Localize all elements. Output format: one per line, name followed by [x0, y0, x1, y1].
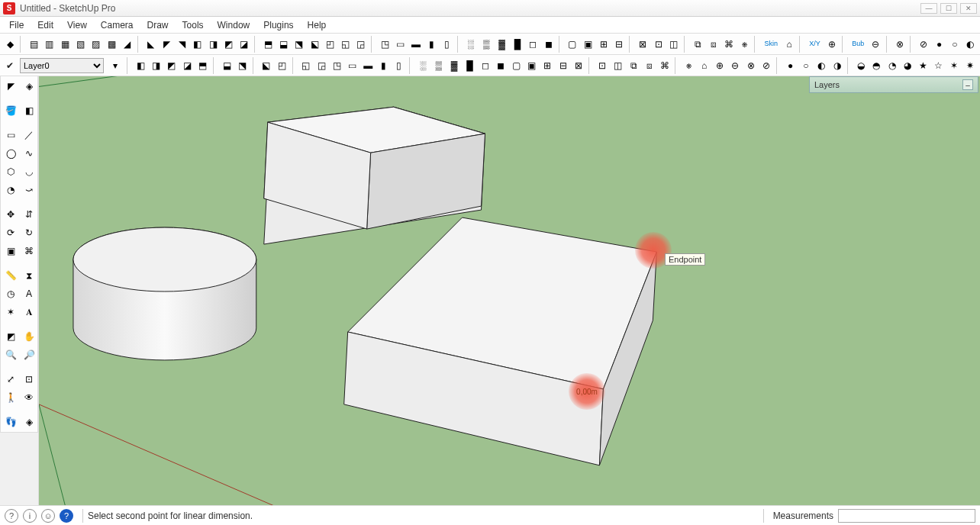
- push3-icon[interactable]: ⬓: [276, 36, 290, 53]
- menu-camera[interactable]: Camera: [95, 19, 140, 31]
- maximize-button[interactable]: ☐: [940, 3, 957, 14]
- tape-icon[interactable]: 📏: [2, 267, 19, 284]
- bars3-icon[interactable]: ⊞: [596, 36, 610, 53]
- arc2-icon[interactable]: ⤻: [21, 182, 37, 198]
- ray-icon[interactable]: ◫: [611, 57, 625, 74]
- zoom-win-icon[interactable]: ⊡: [21, 371, 37, 388]
- new-icon[interactable]: ◨: [149, 57, 163, 74]
- bars2-icon[interactable]: ▣: [581, 36, 595, 53]
- push5-icon[interactable]: ⬕: [308, 36, 321, 53]
- bulb-icon[interactable]: ⧇: [642, 57, 656, 74]
- arc-icon[interactable]: ◡: [21, 163, 37, 180]
- undo-icon[interactable]: ⬕: [260, 57, 273, 74]
- push8-icon[interactable]: ◲: [354, 36, 368, 53]
- menu-window[interactable]: Window: [211, 19, 256, 31]
- target-icon[interactable]: ⧉: [627, 57, 640, 74]
- bars4-icon[interactable]: ⊟: [612, 36, 626, 53]
- scale-icon[interactable]: ▣: [2, 243, 19, 259]
- plugin8-icon[interactable]: ▣: [525, 57, 539, 74]
- tree-icon[interactable]: ⊗: [893, 36, 907, 53]
- protractor-icon[interactable]: ◷: [2, 285, 19, 302]
- rect1-icon[interactable]: ░: [464, 36, 478, 53]
- menu-tools[interactable]: Tools: [176, 19, 210, 31]
- menu-help[interactable]: Help: [301, 19, 333, 31]
- dimension-icon[interactable]: ⧗: [21, 267, 37, 284]
- roof5-icon[interactable]: ◧: [191, 36, 205, 53]
- 3dtext-icon[interactable]: 𝐀: [21, 304, 37, 320]
- hatch4-icon[interactable]: ▧: [73, 36, 87, 53]
- paint-icon[interactable]: ⬓: [220, 57, 234, 74]
- plugin2-icon[interactable]: ▒: [432, 57, 446, 74]
- plugin5-icon[interactable]: ◻: [479, 57, 492, 74]
- hatch6-icon[interactable]: ▩: [105, 36, 118, 53]
- grass1-icon[interactable]: ⊘: [917, 36, 930, 53]
- pie-icon[interactable]: ◔: [2, 182, 19, 198]
- doc2-icon[interactable]: ◐: [814, 57, 828, 74]
- cut4-icon[interactable]: ▮: [424, 36, 438, 53]
- rect4-icon[interactable]: █: [511, 36, 524, 53]
- cube3-icon[interactable]: ✷: [962, 57, 976, 74]
- home-icon[interactable]: ◧: [134, 57, 147, 74]
- bub-label[interactable]: Bub: [849, 36, 867, 53]
- bush-icon[interactable]: ◐: [963, 36, 977, 53]
- geo-icon[interactable]: ?: [60, 509, 73, 523]
- rectangle-icon[interactable]: ▭: [2, 127, 19, 143]
- layers-panel[interactable]: Layers –: [809, 76, 978, 93]
- cut2-icon[interactable]: ▭: [394, 36, 408, 53]
- bulb2-icon[interactable]: ⌘: [658, 57, 672, 74]
- leaf-icon[interactable]: ○: [948, 36, 962, 53]
- person2-icon[interactable]: 🚶: [2, 389, 19, 406]
- cut1-icon[interactable]: ◳: [378, 36, 392, 53]
- pers3-icon[interactable]: ⊖: [728, 57, 742, 74]
- layer-select[interactable]: Layer0: [20, 58, 104, 73]
- paint-bucket-icon[interactable]: 🪣: [2, 102, 19, 119]
- grid1-icon[interactable]: ⊠: [636, 36, 650, 53]
- walk-icon[interactable]: ✋: [21, 328, 37, 345]
- hatch1-icon[interactable]: ▤: [27, 36, 40, 53]
- plugin11-icon[interactable]: ⊠: [572, 57, 585, 74]
- globe-icon[interactable]: ★: [916, 57, 930, 74]
- rt-icon[interactable]: ▭: [346, 57, 359, 74]
- line-icon[interactable]: ／: [21, 127, 37, 143]
- roof2-icon[interactable]: ◣: [144, 36, 158, 53]
- push1-icon[interactable]: ◪: [237, 36, 251, 53]
- plugin6-icon[interactable]: ◼: [494, 57, 508, 74]
- roof7-icon[interactable]: ◩: [221, 36, 235, 53]
- move-icon[interactable]: ✥: [2, 206, 19, 223]
- menu-draw[interactable]: Draw: [141, 19, 175, 31]
- grass2-icon[interactable]: ●: [932, 36, 946, 53]
- roof3-icon[interactable]: ◤: [160, 36, 173, 53]
- circle-icon[interactable]: ◯: [2, 145, 19, 162]
- map-icon[interactable]: ◓: [869, 57, 883, 74]
- cut5-icon[interactable]: ▯: [440, 36, 453, 53]
- star-icon[interactable]: ⬒: [196, 57, 210, 74]
- freehand-icon[interactable]: ∿: [21, 145, 37, 162]
- skin-label[interactable]: Skin: [761, 36, 781, 53]
- record-icon[interactable]: ⊕: [825, 36, 839, 53]
- select-arrow-icon[interactable]: ◤: [2, 78, 19, 95]
- br-icon[interactable]: ▬: [361, 57, 375, 74]
- push6-icon[interactable]: ◰: [323, 36, 337, 53]
- rect2-icon[interactable]: ▒: [479, 36, 493, 53]
- push7-icon[interactable]: ◱: [338, 36, 352, 53]
- rev1-icon[interactable]: ⧉: [691, 36, 704, 53]
- pers5-icon[interactable]: ⊘: [759, 57, 773, 74]
- at-icon[interactable]: ◲: [314, 57, 328, 74]
- palette-icon[interactable]: ◆: [3, 36, 17, 53]
- pers6-icon[interactable]: ●: [783, 57, 797, 74]
- plugin7-icon[interactable]: ▢: [509, 57, 523, 74]
- polygon-icon[interactable]: ⬡: [2, 163, 19, 180]
- axes-icon[interactable]: ✶: [2, 304, 19, 320]
- menu-file[interactable]: File: [3, 19, 30, 31]
- redo-icon[interactable]: ◰: [275, 57, 289, 74]
- m-icon[interactable]: ◱: [299, 57, 313, 74]
- user-icon[interactable]: ☺: [41, 509, 55, 523]
- sun-icon[interactable]: ⊡: [595, 57, 609, 74]
- cube1-icon[interactable]: ☆: [932, 57, 946, 74]
- orbit-icon[interactable]: 🔍: [2, 346, 19, 363]
- pan-icon[interactable]: 🔎: [21, 346, 37, 363]
- hatch3-icon[interactable]: ▦: [58, 36, 72, 53]
- play-icon[interactable]: ⌂: [782, 36, 796, 53]
- rev3-icon[interactable]: ⌘: [722, 36, 736, 53]
- measurements-input[interactable]: [838, 509, 975, 523]
